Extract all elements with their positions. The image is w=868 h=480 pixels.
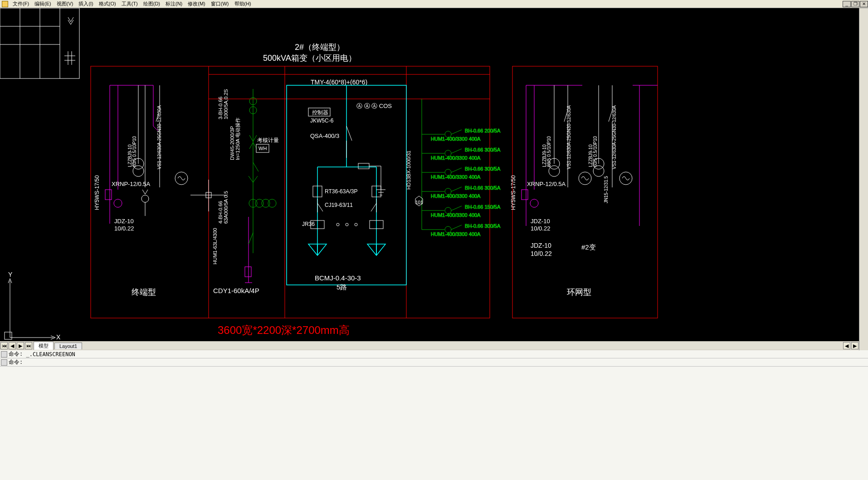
menu-bar: 文件(F) 编辑(E) 视图(V) 插入(I) 格式(O) 工具(T) 绘图(D… [0, 0, 868, 8]
feeder-ct: BH-0.66 300/5A [465, 147, 501, 152]
contactor-label: CJ19-63/11 [325, 202, 353, 208]
dimension-note: 3600宽*2200深*2700mm高 [218, 324, 350, 336]
tab-model[interactable]: 模型 [34, 342, 54, 350]
feeder-ct: BH-0.66 200/5A [465, 128, 501, 133]
relay-label: JR36 [302, 221, 315, 227]
cmd-prompt-1: 命令: [9, 350, 23, 358]
bank-a: BCMJ-0.4-30-3 [315, 274, 361, 282]
bank-b: 5路 [336, 283, 347, 291]
dw45-a: DW45-2000/3P [229, 126, 235, 160]
fuse-label: RT36-63A/3P [325, 188, 358, 195]
menu-modify[interactable]: 修改(M) [186, 0, 207, 7]
r-jdz2-a: JDZ-10 [531, 242, 551, 249]
cmd-grip-icon-2[interactable] [1, 359, 7, 366]
r-jn-b: 60/5 0.5/10P10 [593, 136, 598, 167]
tab-next-icon[interactable]: ▶ [17, 342, 24, 349]
controller-b: JKW5C-6 [310, 118, 334, 124]
menu-format[interactable]: 格式(O) [97, 0, 118, 7]
menu-edit[interactable]: 编辑(E) [33, 0, 53, 7]
svg-line-64 [317, 203, 323, 211]
feeder-ct: BH-0.66 150/5A [465, 204, 501, 210]
minimize-button[interactable]: _ [843, 1, 851, 7]
ucs-y: Y [8, 271, 13, 278]
svg-line-53 [346, 126, 352, 141]
app-icon [2, 1, 8, 7]
r-jdz-b: 10/0.22 [531, 225, 550, 232]
feeder-mccb: HUM1-400/3300 400A [431, 231, 481, 237]
right-cabinet-label: 环网型 [567, 288, 591, 297]
window-controls: _ ❐ ✕ [842, 1, 868, 7]
cmd-history: _.CLEANSCREENON [26, 351, 75, 358]
title-line1: 2#（终端型） [295, 43, 345, 52]
feeder-ct: BH-0.66 300/5A [465, 223, 501, 229]
feeder-mccb: HUM1-400/3300 400A [431, 193, 481, 199]
feeder-mccb: HUM1-400/3300 400A [431, 136, 481, 142]
svg-point-18 [114, 199, 122, 207]
svg-point-40 [268, 199, 276, 207]
svg-point-24 [141, 195, 149, 202]
feeder-ct: BH-0.66 300/5A [465, 185, 501, 191]
svg-point-71 [355, 223, 357, 226]
svg-point-39 [262, 199, 270, 207]
hscroll-left-icon[interactable]: ◀ [843, 342, 850, 349]
tab-layout1[interactable]: Layout1 [54, 343, 82, 349]
r-jn15: JN15-12/31.5 [604, 176, 609, 203]
svg-rect-19 [105, 190, 112, 200]
feeder-ct: BH-0.66 300/5A [465, 166, 501, 171]
menu-window[interactable]: 窗口(W) [209, 0, 231, 7]
meter-label: 考核计量 [257, 137, 279, 143]
lzz-b: 60/5 0.5/10P10 [132, 136, 137, 167]
ct-b: 1000/5A,0.2S [223, 89, 229, 119]
r-vs1b: VS1-12/630A-25GN30-12/630A [612, 105, 617, 169]
r-hy: HY5WS-17/50 [510, 175, 517, 210]
hscroll-right-icon[interactable]: ▶ [851, 342, 858, 349]
vertical-scrollbar[interactable] [859, 8, 868, 350]
restore-button[interactable]: ❐ [851, 1, 859, 7]
qsa-label: QSA-400/3 [310, 132, 339, 139]
jdz-b: 10/0.22 [114, 225, 134, 232]
spd-label: CDY1-60kA/4P [213, 287, 259, 294]
tx2-label: #2变 [581, 243, 596, 251]
svg-rect-114 [5, 332, 12, 339]
menu-view[interactable]: 视图(V) [55, 0, 75, 7]
svg-rect-55 [358, 163, 369, 169]
menu-tools[interactable]: 工具(T) [120, 0, 140, 7]
feeder-mccb: HUM1-400/3300 400A [431, 155, 481, 161]
svg-line-36 [253, 162, 258, 171]
menu-draw[interactable]: 绘图(D) [141, 0, 162, 7]
layout-tabs: ⏮ ◀ ▶ ⏭ 模型 Layout1 ◀ ▶ [0, 341, 859, 350]
r-vs1: VS1-12/630A-25GN30-12/630A [566, 105, 571, 169]
hscroll-track[interactable]: ◀ ▶ [82, 342, 859, 349]
svg-point-38 [255, 199, 263, 207]
mccb-63: HUM1-63L/4300 [212, 228, 218, 264]
tab-prev-icon[interactable]: ◀ [9, 342, 16, 349]
close-button[interactable]: ✕ [860, 1, 868, 7]
busbar-label: TMY-4(60*8)+(60*6) [311, 78, 367, 86]
marker-101: 101 [415, 200, 423, 205]
tab-last-icon[interactable]: ⏭ [25, 342, 32, 349]
menu-dim[interactable]: 标注(N) [164, 0, 184, 7]
svg-point-94 [530, 199, 538, 207]
ct2-a: 4-BH-0.66 [218, 201, 223, 224]
ct-a: 3-BH-0.66 [218, 97, 223, 119]
feeder-mccb: HUM1-400/3300 400A [431, 212, 481, 218]
vs1-label: VS1-12/630A-25GN30-12/630A [157, 105, 162, 169]
svg-point-70 [346, 223, 348, 226]
svg-line-90 [451, 225, 462, 230]
menu-file[interactable]: 文件(F) [11, 0, 31, 7]
controller-a: 控制器 [312, 109, 328, 116]
drawing-canvas[interactable]: 2#（终端型） 500kVA箱变（小区用电） TMY-4(60*8)+(60*6… [0, 8, 859, 341]
r-xrnp: XRNP-12/0.5A [527, 181, 566, 187]
svg-line-66 [371, 203, 376, 211]
cmd-grip-icon[interactable] [1, 351, 7, 358]
r-jdz-a: JDZ-10 [531, 218, 550, 225]
hy-label: HY5WS-17/50 [94, 175, 100, 210]
svg-line-78 [451, 149, 462, 153]
menu-help[interactable]: 帮助(H) [233, 0, 253, 7]
tab-first-icon[interactable]: ⏮ [0, 342, 8, 349]
dw45-b: In=1250A 电动操作 [235, 118, 240, 160]
ct2-b: 63A000/5A 0.5 [223, 191, 229, 224]
menu-insert[interactable]: 插入(I) [77, 0, 95, 7]
svg-point-69 [336, 223, 339, 226]
cmd-prompt-2: 命令: [9, 358, 23, 366]
